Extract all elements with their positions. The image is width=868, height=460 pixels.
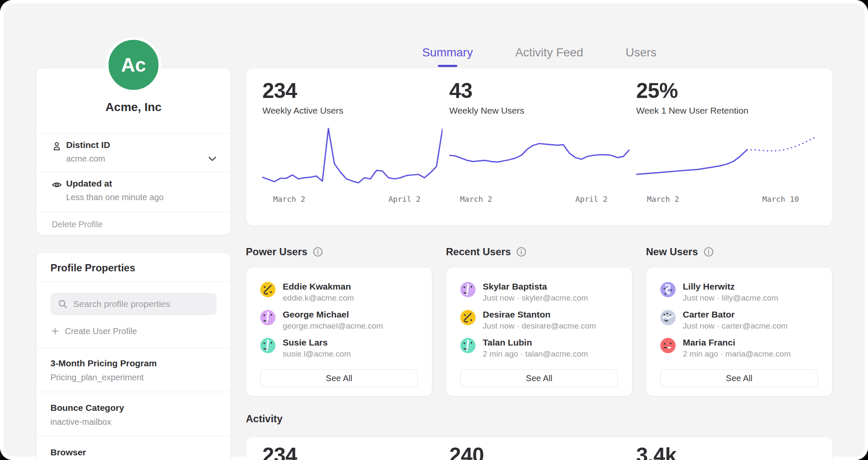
company-avatar: Ac: [106, 37, 161, 92]
x-tick: April 2: [576, 195, 608, 204]
section-header: Recent Users: [446, 245, 632, 259]
squiggle-face-icon: [260, 338, 275, 353]
section-title: New Users: [646, 246, 698, 258]
create-user-profile-label: Create User Profile: [65, 326, 137, 336]
search-icon: [57, 298, 68, 309]
field-label: Distinct ID: [66, 139, 218, 151]
user-name: Talan Lubin: [483, 337, 588, 348]
squiggle-face-icon: [460, 282, 476, 297]
property-label: Bounce Category: [50, 402, 217, 413]
flat-face-icon: [660, 338, 676, 353]
field-updated-at: Updated at Less than one minute ago: [36, 172, 231, 212]
chevron-down-icon[interactable]: [206, 152, 219, 165]
property-value: inactive-mailbox: [50, 417, 217, 427]
user-detail: 2 min ago · maria@acme.com: [683, 349, 791, 359]
stat-weekly-new-users: 43 Weekly New Users March 2 April 2: [446, 79, 633, 218]
tab-users[interactable]: Users: [625, 44, 657, 61]
user-detail: eddie.k@acme.com: [283, 293, 354, 303]
property-label: 3-Month Pricing Program: [50, 358, 217, 369]
stat-weekly-active-users: 234 Weekly Active Users March 2 April 2: [259, 79, 446, 218]
users-card: Lilly Herwitz Just now · lilly@acme.com …: [646, 267, 832, 396]
info-icon[interactable]: [516, 246, 527, 257]
activity-title: Activity: [246, 413, 283, 425]
field-distinct-id[interactable]: Distinct ID acme.com: [36, 134, 231, 172]
user-row[interactable]: Desirae Stanton Just now · desirare@acme…: [460, 309, 618, 330]
user-detail: Just now · desirare@acme.com: [483, 321, 596, 331]
section-recent-users: Recent Users Skylar Baptista Just now · …: [446, 245, 632, 396]
property-value: Pricing_plan_experiment: [50, 372, 217, 382]
sparkline-chart: [636, 126, 816, 189]
users-card: Eddie Kwakman eddie.k@acme.com George Mi…: [246, 267, 432, 396]
avatar: [460, 310, 476, 325]
user-row[interactable]: Skylar Baptista Just now · skyler@acme.c…: [460, 281, 618, 302]
field-label: Updated at: [66, 178, 218, 189]
tab-activity-feed[interactable]: Activity Feed: [515, 44, 584, 61]
user-name: Desirae Stanton: [483, 309, 596, 320]
x-tick: March 2: [273, 195, 306, 204]
stat-value: 234: [262, 79, 442, 102]
user-row[interactable]: Lilly Herwitz Just now · lilly@acme.com: [660, 281, 818, 302]
search-box: [50, 293, 217, 315]
profile-properties-card: Profile Properties Create User Profile 3…: [36, 252, 231, 460]
user-detail: 2 min ago · talan@acme.com: [483, 349, 588, 359]
profile-card: Acme, Inc Distinct ID acme.com: [36, 68, 231, 235]
user-name: Eddie Kwakman: [283, 281, 354, 292]
profile-properties-title: Profile Properties: [36, 253, 231, 282]
curl-face-icon: [660, 282, 676, 297]
property-label: Browser: [50, 447, 217, 458]
info-icon[interactable]: [703, 246, 714, 257]
user-row[interactable]: George Michael george.michael@acme.com: [260, 309, 418, 330]
user-row[interactable]: Talan Lubin 2 min ago · talan@acme.com: [460, 337, 618, 358]
section-title: Power Users: [246, 246, 307, 258]
users-card: Skylar Baptista Just now · skyler@acme.c…: [446, 267, 632, 396]
avatar: [260, 310, 275, 325]
x-tick: March 10: [762, 195, 799, 204]
stat-label: Weekly New Users: [449, 106, 629, 116]
user-detail: Just now · skyler@acme.com: [483, 293, 588, 303]
property-item[interactable]: Bounce Category inactive-mailbox: [36, 392, 231, 436]
wink-face-icon: [460, 310, 476, 325]
user-name: Skylar Baptista: [483, 281, 588, 292]
user-row[interactable]: Carter Bator Just now · carter@acme.com: [660, 309, 818, 330]
x-tick: April 2: [389, 195, 421, 204]
avatar: [260, 338, 275, 353]
user-row[interactable]: Eddie Kwakman eddie.k@acme.com: [260, 281, 418, 302]
property-item[interactable]: 3-Month Pricing Program Pricing_plan_exp…: [36, 348, 231, 392]
zigzag-face-icon: [660, 310, 676, 325]
user-row[interactable]: Susie Lars susie.l@acme.com: [260, 337, 418, 358]
user-detail: Just now · carter@acme.com: [683, 321, 787, 331]
info-icon[interactable]: [312, 246, 323, 257]
stats-card: 234 Weekly Active Users March 2 April 2 …: [246, 68, 833, 226]
stat-value: 240: [449, 444, 629, 460]
wink-face-icon: [260, 282, 275, 297]
create-user-profile-button[interactable]: Create User Profile: [50, 325, 137, 337]
section-power-users: Power Users Eddie Kwakman eddie.k@acme.c…: [246, 245, 432, 396]
tab-summary[interactable]: Summary: [421, 44, 474, 61]
user-name: Lilly Herwitz: [683, 281, 778, 292]
section-header: New Users: [646, 245, 832, 259]
x-axis-labels: March 2 April 2: [449, 195, 629, 206]
stat-value: 3.4k: [636, 444, 816, 460]
x-axis-labels: March 2 April 2: [262, 195, 442, 206]
x-tick: March 2: [647, 195, 679, 204]
squiggle-face-icon: [460, 338, 476, 353]
see-all-button[interactable]: See All: [260, 369, 418, 387]
field-value: acme.com: [66, 153, 218, 164]
see-all-button[interactable]: See All: [460, 369, 618, 387]
stat-value: 25%: [636, 79, 816, 102]
x-tick: March 2: [460, 195, 492, 204]
tab-bar: Summary Activity Feed Users: [246, 44, 833, 61]
sparkline-chart: [262, 126, 442, 189]
section-new-users: New Users Lilly Herwitz Just now · lilly…: [646, 245, 832, 396]
user-name: Carter Bator: [683, 309, 787, 320]
delete-profile-button[interactable]: Delete Profile: [36, 212, 231, 237]
divider: [36, 282, 231, 282]
search-input[interactable]: [72, 293, 217, 315]
property-item[interactable]: Browser Chrome: [36, 437, 231, 460]
section-title: Recent Users: [446, 246, 511, 258]
see-all-button[interactable]: See All: [660, 369, 818, 387]
activity-stat: 234: [259, 444, 446, 460]
stat-value: 234: [262, 444, 442, 460]
activity-stat: 3.4k: [633, 444, 820, 460]
user-row[interactable]: Maria Franci 2 min ago · maria@acme.com: [660, 337, 818, 358]
